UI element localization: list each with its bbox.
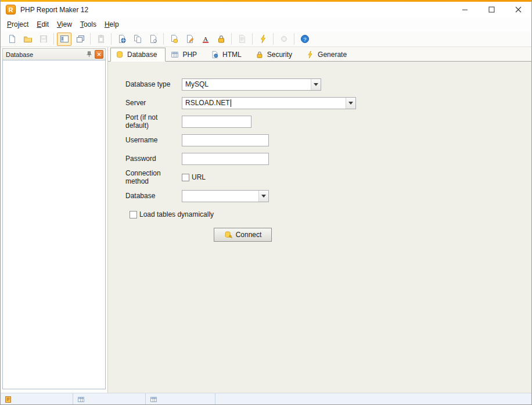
attach-page-button[interactable] — [146, 33, 160, 46]
database-type-select[interactable]: MySQL — [182, 78, 321, 91]
tab-label: HTML — [222, 51, 242, 59]
lock-icon — [256, 51, 264, 59]
close-button[interactable] — [505, 2, 531, 17]
toolbar-separator — [273, 33, 274, 45]
minimize-button[interactable] — [451, 2, 478, 17]
maximize-button[interactable] — [478, 2, 505, 17]
toolbar-separator — [53, 33, 54, 45]
panel-tree-icon — [60, 34, 69, 44]
tab-label: Security — [267, 51, 292, 59]
page-globe-icon — [211, 51, 219, 59]
save-icon — [39, 34, 48, 44]
port-label: Port (if not default) — [125, 113, 182, 130]
tab-label: Database — [127, 51, 157, 59]
close-panel-button[interactable] — [95, 50, 103, 59]
connect-button-label: Connect — [236, 231, 262, 239]
status-segment-2 — [73, 393, 146, 405]
password-input[interactable] — [182, 153, 269, 165]
main-area: Database PHP HTML Security Generate — [108, 47, 531, 393]
menu-item-edit[interactable]: Edit — [33, 18, 53, 31]
database-select[interactable] — [182, 190, 269, 202]
toggle-database-panel-button[interactable] — [57, 33, 71, 46]
svg-text:A: A — [203, 35, 208, 42]
new-document-icon — [8, 34, 17, 44]
database-tree-view[interactable] — [2, 60, 106, 389]
menu-item-help[interactable]: Help — [100, 18, 123, 31]
menu-item-project[interactable]: Project — [3, 18, 33, 31]
database-label: Database — [125, 192, 182, 200]
svg-text:?: ? — [303, 36, 306, 42]
lightning-icon — [258, 34, 268, 44]
window-title: PHP Report Maker 12 — [20, 6, 451, 14]
url-checkbox[interactable] — [182, 174, 189, 181]
toolbar-separator — [252, 33, 253, 45]
connection-method-row: Connection method URL — [125, 171, 531, 184]
menu-item-view[interactable]: View — [53, 18, 76, 31]
security-setup-button[interactable] — [214, 33, 228, 46]
app-icon: R — [6, 5, 16, 15]
font-icon: A — [201, 34, 210, 44]
menu-item-tools[interactable]: Tools — [76, 18, 100, 31]
database-type-row: Database type MySQL — [125, 78, 531, 91]
generate-button[interactable] — [256, 33, 270, 46]
clipboard-icon — [96, 34, 106, 44]
lightning-icon — [306, 51, 314, 59]
preview-page-icon — [238, 34, 247, 44]
new-project-button[interactable] — [5, 33, 19, 46]
pin-panel-button[interactable] — [85, 50, 94, 59]
tab-label: Generate — [318, 51, 347, 59]
status-segment-4 — [215, 393, 531, 405]
toolbar: A ? — [1, 31, 531, 47]
pin-icon — [86, 51, 92, 58]
toggle-windows-button[interactable] — [73, 33, 87, 46]
dropdown-arrow-icon[interactable] — [311, 79, 321, 90]
database-panel-header: Database — [2, 48, 106, 60]
port-input[interactable] — [182, 116, 251, 128]
tab-php[interactable]: PHP — [166, 48, 206, 61]
database-setup-button[interactable] — [167, 33, 181, 46]
toolbar-separator — [231, 33, 232, 45]
server-combo[interactable]: RSLOAD.NET — [182, 97, 356, 109]
paste-button — [94, 33, 108, 46]
tab-html[interactable]: HTML — [206, 48, 250, 61]
password-label: Password — [125, 155, 182, 163]
view-source-button[interactable] — [114, 33, 129, 46]
open-project-button[interactable] — [20, 33, 35, 46]
tab-database[interactable]: Database — [110, 48, 166, 62]
port-row: Port (if not default) — [125, 115, 531, 128]
server-row: Server RSLOAD.NET — [125, 96, 531, 109]
database-key-icon — [224, 231, 232, 239]
password-row: Password — [125, 152, 531, 165]
connection-method-label: Connection method — [125, 169, 182, 185]
username-input[interactable] — [182, 134, 269, 146]
username-label: Username — [125, 136, 182, 144]
load-tables-checkbox[interactable] — [130, 211, 137, 218]
dropdown-arrow-icon[interactable] — [258, 191, 268, 202]
database-panel: Database — [1, 47, 108, 393]
database-icon — [116, 51, 124, 59]
font-setup-button[interactable]: A — [198, 33, 213, 46]
table-icon — [171, 51, 179, 59]
server-value: RSLOAD.NET — [185, 99, 230, 107]
close-icon — [515, 6, 522, 13]
lock-icon — [217, 34, 226, 44]
gear-icon — [279, 34, 289, 44]
database-panel-title: Database — [6, 51, 84, 58]
page-database-icon — [170, 34, 179, 44]
copy-pages-icon — [133, 34, 142, 44]
url-checkbox-label: URL — [192, 173, 206, 181]
toolbar-separator — [163, 33, 164, 45]
database-type-label: Database type — [125, 80, 182, 88]
title-bar: R PHP Report Maker 12 — [1, 2, 531, 17]
tab-generate[interactable]: Generate — [301, 48, 355, 61]
dropdown-arrow-icon[interactable] — [346, 98, 355, 109]
edit-setup-button[interactable] — [182, 33, 197, 46]
copy-pages-button[interactable] — [130, 33, 145, 46]
help-button[interactable]: ? — [297, 33, 312, 46]
server-label: Server — [125, 99, 182, 107]
connect-button[interactable]: Connect — [214, 228, 272, 242]
minimize-icon — [462, 6, 468, 13]
tab-security[interactable]: Security — [250, 48, 301, 61]
menu-bar: Project Edit View Tools Help — [1, 17, 531, 31]
toolbar-separator — [111, 33, 112, 45]
